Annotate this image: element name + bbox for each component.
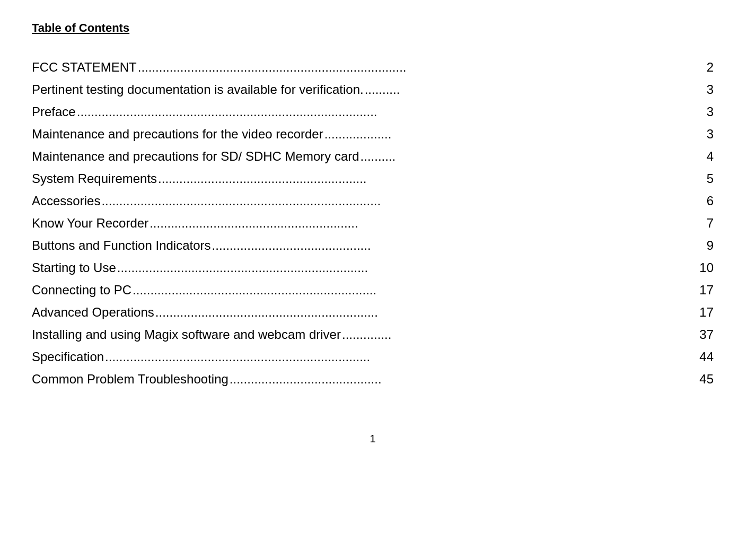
toc-label: Connecting to PC xyxy=(32,279,131,301)
toc-page-number: 44 xyxy=(699,346,714,368)
toc-item: Pertinent testing documentation is avail… xyxy=(32,78,714,101)
page-title: Table of Contents xyxy=(32,21,714,35)
toc-label: Installing and using Magix software and … xyxy=(32,324,341,346)
toc-item: Common Problem Troubleshooting..........… xyxy=(32,368,714,390)
toc-label: Advanced Operations xyxy=(32,301,154,324)
toc-dots: ........................................… xyxy=(211,234,705,257)
toc-item: System Requirements.....................… xyxy=(32,168,714,190)
toc-item: Maintenance and precautions for the vide… xyxy=(32,123,714,145)
toc-page-number: 3 xyxy=(707,101,714,123)
toc-page-number: 17 xyxy=(699,301,714,324)
toc-label: System Requirements xyxy=(32,168,157,190)
toc-dots: ........................................… xyxy=(76,101,705,123)
toc-page-number: 45 xyxy=(699,368,714,390)
toc-label: Specification xyxy=(32,346,104,368)
toc-dots: ................... xyxy=(323,123,705,145)
toc-label: Know Your Recorder xyxy=(32,212,148,234)
toc-label: Starting to Use xyxy=(32,257,116,279)
toc-dots: ........................................… xyxy=(100,190,704,212)
toc-page-number: 9 xyxy=(707,234,714,257)
toc-label: FCC STATEMENT xyxy=(32,56,137,78)
toc-page-number: 3 xyxy=(707,123,714,145)
toc-page-number: 5 xyxy=(707,168,714,190)
toc-item: Starting to Use.........................… xyxy=(32,257,714,279)
toc-page-number: 6 xyxy=(707,190,714,212)
page-number: 1 xyxy=(32,433,714,445)
toc-dots: ........................................… xyxy=(137,56,705,78)
toc-dots: ........................................… xyxy=(131,279,697,301)
toc-label: Common Problem Troubleshooting xyxy=(32,368,228,390)
toc-item: FCC STATEMENT ..........................… xyxy=(32,56,714,78)
toc-label: Accessories xyxy=(32,190,100,212)
toc-label: Buttons and Function Indicators xyxy=(32,234,211,257)
toc-page-number: 2 xyxy=(707,56,714,78)
toc-dots: .............. xyxy=(341,324,697,346)
toc-label: Maintenance and precautions for SD/ SDHC… xyxy=(32,145,359,168)
toc-dots: ........................................… xyxy=(154,301,697,324)
toc-page-number: 4 xyxy=(707,145,714,168)
toc-dots: .......... xyxy=(364,78,705,101)
toc-item: Advanced Operations.....................… xyxy=(32,301,714,324)
toc-page-number: 3 xyxy=(707,78,714,101)
toc-dots: .......... xyxy=(359,145,705,168)
toc-dots: ........................................… xyxy=(116,257,698,279)
toc-list: FCC STATEMENT ..........................… xyxy=(32,56,714,390)
toc-page-number: 17 xyxy=(699,279,714,301)
toc-page-number: 7 xyxy=(707,212,714,234)
toc-item: Know Your Recorder......................… xyxy=(32,212,714,234)
toc-item: Accessories.............................… xyxy=(32,190,714,212)
toc-dots: ........................................… xyxy=(228,368,697,390)
toc-dots: ........................................… xyxy=(157,168,705,190)
toc-page-number: 10 xyxy=(699,257,714,279)
toc-label: Maintenance and precautions for the vide… xyxy=(32,123,323,145)
toc-page-number: 37 xyxy=(699,324,714,346)
toc-item: Preface.................................… xyxy=(32,101,714,123)
toc-dots: ........................................… xyxy=(148,212,705,234)
toc-item: Buttons and Function Indicators.........… xyxy=(32,234,714,257)
toc-item: Connecting to PC........................… xyxy=(32,279,714,301)
toc-item: Specification...........................… xyxy=(32,346,714,368)
toc-item: Installing and using Magix software and … xyxy=(32,324,714,346)
toc-label: Preface xyxy=(32,101,76,123)
toc-label: Pertinent testing documentation is avail… xyxy=(32,78,364,101)
toc-dots: ........................................… xyxy=(104,346,697,368)
toc-item: Maintenance and precautions for SD/ SDHC… xyxy=(32,145,714,168)
